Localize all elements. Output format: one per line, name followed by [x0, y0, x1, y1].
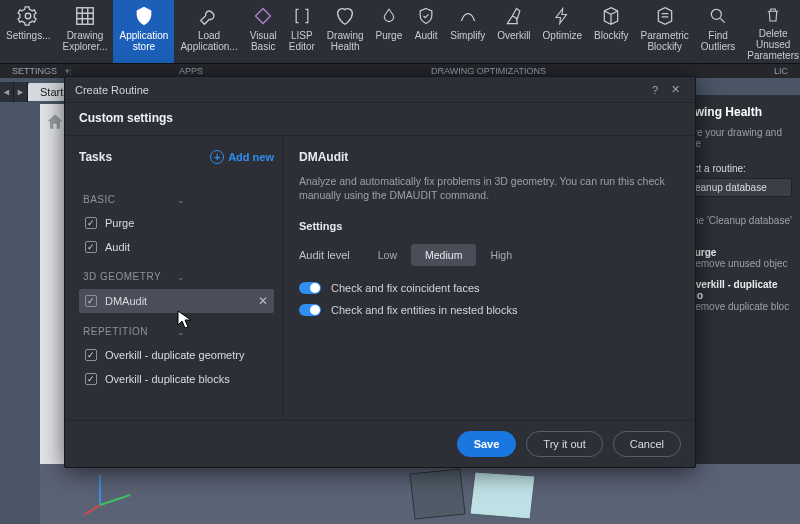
create-routine-dialog: Create Routine ? ✕ Custom settings Tasks… — [64, 76, 696, 468]
ribbon-optimize[interactable]: Optimize — [537, 0, 588, 63]
magnifier-icon — [706, 4, 730, 28]
toggle-switch[interactable] — [299, 282, 321, 294]
ribbon-load-application[interactable]: Load Application... — [174, 0, 243, 63]
category-3d-geometry[interactable]: 3D GEOMETRY ⌄ — [79, 265, 274, 288]
ribbon-label: Settings... — [6, 30, 50, 41]
routine-step: Overkill - duplicate blo Remove duplicat… — [688, 279, 792, 312]
trash-icon — [761, 4, 785, 26]
toggle-coincident-faces[interactable]: Check and fix coincident faces — [299, 282, 679, 294]
cancel-button[interactable]: Cancel — [613, 431, 681, 457]
toggle-switch[interactable] — [299, 304, 321, 316]
task-settings-pane: DMAudit Analyze and automatically fix pr… — [283, 136, 695, 420]
diamond-icon — [251, 4, 275, 28]
panel-title: awing Health — [688, 105, 792, 119]
chevron-down-icon: ⌄ — [177, 195, 271, 205]
audit-level-high[interactable]: High — [476, 244, 526, 266]
audit-level-low[interactable]: Low — [364, 244, 411, 266]
ribbon-blockify[interactable]: Blockify — [588, 0, 634, 63]
param-cube-icon — [653, 4, 677, 28]
remove-task-button[interactable]: ✕ — [258, 294, 268, 308]
add-new-button[interactable]: + Add new — [210, 150, 274, 164]
ribbon-overkill[interactable]: Overkill — [491, 0, 536, 63]
toggle-nested-blocks[interactable]: Check and fix entities in nested blocks — [299, 304, 679, 316]
group-apps: APPS — [171, 66, 211, 76]
ribbon-audit[interactable]: Audit — [408, 0, 444, 63]
checkbox-icon[interactable]: ✓ — [85, 217, 97, 229]
task-audit[interactable]: ✓ Audit — [79, 236, 274, 258]
checkbox-icon[interactable]: ✓ — [85, 295, 97, 307]
task-dmaudit[interactable]: ✓ DMAudit ✕ — [79, 289, 274, 313]
ribbon-label: Delete Unused Parameters — [747, 28, 799, 61]
task-label: Audit — [105, 241, 268, 253]
audit-level-label: Audit level — [299, 249, 350, 261]
ribbon-application-store[interactable]: Application store — [113, 0, 174, 63]
group-license: LIC — [766, 66, 796, 76]
dialog-footer: Save Try it out Cancel — [65, 420, 695, 467]
group-settings: SETTINGS — [4, 66, 65, 76]
task-overkill-geometry[interactable]: ✓ Overkill - duplicate geometry — [79, 344, 274, 366]
ribbon-label: Find Outliers — [701, 30, 735, 52]
svg-point-0 — [25, 13, 31, 19]
dialog-title: Create Routine — [75, 84, 149, 96]
shield-check-icon — [414, 4, 438, 28]
panel-select-label: ect a routine: — [688, 163, 792, 174]
routine-step-sub: Remove duplicate bloc — [688, 301, 789, 312]
svg-marker-7 — [410, 469, 465, 519]
chevron-down-icon: ⌄ — [177, 272, 271, 282]
audit-level-row: Audit level Low Medium High — [299, 244, 679, 266]
ribbon-parametric-blockify[interactable]: Parametric Blockify — [634, 0, 694, 63]
ribbon-label: Overkill — [497, 30, 530, 41]
ribbon-label: Simplify — [450, 30, 485, 41]
checkbox-icon[interactable]: ✓ — [85, 349, 97, 361]
axis-tripod-icon — [80, 470, 140, 520]
drawing-shapes — [400, 464, 580, 524]
grid-icon — [73, 4, 97, 28]
drawing-health-panel: awing Health ore your drawing and cle ec… — [680, 95, 800, 464]
ribbon-find-outliers[interactable]: Find Outliers — [695, 0, 741, 63]
routine-name: tine 'Cleanup database' w — [688, 215, 792, 237]
settings-description: Analyze and automatically fix problems i… — [299, 174, 679, 202]
checkbox-icon[interactable]: ✓ — [85, 373, 97, 385]
ribbon-label: Drawing Health — [327, 30, 364, 52]
ribbon: Settings... Drawing Explorer... Applicat… — [0, 0, 800, 64]
try-it-out-button[interactable]: Try it out — [526, 431, 602, 457]
broom-icon — [502, 4, 526, 28]
task-overkill-blocks[interactable]: ✓ Overkill - duplicate blocks — [79, 368, 274, 390]
category-basic[interactable]: BASIC ⌄ — [79, 188, 274, 211]
task-purge[interactable]: ✓ Purge — [79, 212, 274, 234]
ribbon-drawing-health[interactable]: Drawing Health — [321, 0, 370, 63]
category-repetition[interactable]: REPETITION ⌄ — [79, 320, 274, 343]
ribbon-drawing-explorer[interactable]: Drawing Explorer... — [56, 0, 113, 63]
tab-scroll-right[interactable]: ► — [14, 82, 28, 102]
ribbon-label: Blockify — [594, 30, 628, 41]
wrench-icon — [197, 4, 221, 28]
svg-rect-1 — [77, 8, 94, 25]
brackets-icon — [290, 4, 314, 28]
routine-step-sub: Remove unused objec — [688, 258, 788, 269]
plus-icon: + — [210, 150, 224, 164]
ribbon-label: LISP Editor — [289, 30, 315, 52]
svg-point-2 — [711, 9, 721, 19]
ribbon-purge[interactable]: Purge — [370, 0, 409, 63]
svg-line-6 — [84, 505, 100, 515]
task-label: DMAudit — [105, 295, 250, 307]
tab-scroll-left[interactable]: ◄ — [0, 82, 14, 102]
save-button[interactable]: Save — [457, 431, 517, 457]
ribbon-visual-basic[interactable]: Visual Basic — [244, 0, 283, 63]
help-button[interactable]: ? — [645, 84, 665, 96]
ribbon-delete-unused-parameters[interactable]: Delete Unused Parameters — [741, 0, 800, 63]
category-label: 3D GEOMETRY — [83, 271, 177, 282]
category-label: REPETITION — [83, 326, 177, 337]
ribbon-simplify[interactable]: Simplify — [444, 0, 491, 63]
checkbox-icon[interactable]: ✓ — [85, 241, 97, 253]
cube-icon — [599, 4, 623, 28]
audit-level-medium[interactable]: Medium — [411, 244, 476, 266]
close-button[interactable]: ✕ — [665, 83, 685, 96]
ribbon-lisp-editor[interactable]: LISP Editor — [283, 0, 321, 63]
home-icon[interactable] — [45, 112, 65, 132]
routine-dropdown[interactable]: eanup database — [688, 178, 792, 197]
dialog-titlebar[interactable]: Create Routine ? ✕ — [65, 77, 695, 103]
gear-icon — [16, 4, 40, 28]
add-new-label: Add new — [228, 151, 274, 163]
ribbon-settings[interactable]: Settings... — [0, 0, 56, 63]
